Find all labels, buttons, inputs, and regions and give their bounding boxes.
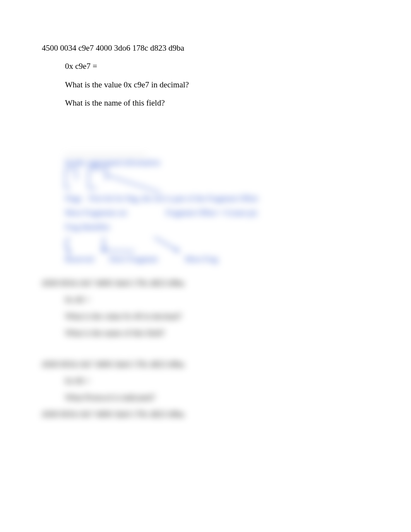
- label-reserved: Reserved: [65, 255, 94, 264]
- diagram-arrows: [61, 235, 274, 255]
- hex-header-line: 4500 0034 c9e7 4000 3do6 178c d823 d9ba: [42, 43, 371, 54]
- label-frag-ident: Frag Identifier: [65, 223, 110, 231]
- s3-q1: What Protocol is indicated?: [65, 393, 371, 402]
- diagram-bottom-labels: Reserved Don't Fragment More Frag: [42, 255, 371, 264]
- blurred-section-2: 4500 0034 c9e7 4000 3do6 178c d823 d9ba …: [42, 278, 371, 345]
- diagram-label-row: Flags First bit for flag, the rest is pa…: [42, 194, 371, 203]
- diagram-brackets: [65, 169, 278, 192]
- diagram-row-2: More Fragments set Fragment Offset = 0 (…: [42, 208, 371, 217]
- label-more-frag: More Fragments set: [65, 208, 127, 217]
- diagram-header: header aggregated information: [42, 158, 371, 167]
- label-frag-offset: Fragment Offset = 0 (start pt): [166, 208, 257, 217]
- section-1-body: 0x c9e7 = What is the value 0x c9e7 in d…: [42, 61, 371, 109]
- section-1: 4500 0034 c9e7 4000 3do6 178c d823 d9ba …: [42, 43, 371, 116]
- s2-hex-pick: 0x 40 =: [65, 295, 371, 305]
- label-rest: First bit for flag, the rest is part of …: [89, 194, 258, 203]
- blurred-diagram: header aggregated information Flags Firs…: [42, 155, 371, 264]
- question-2: What is the name of this field?: [65, 97, 371, 109]
- s3-hex-header-2: 4500 0034 c9e7 4000 3do6 178c d823 d9ba: [42, 409, 371, 419]
- label-flags: Flags: [65, 194, 82, 203]
- s2-q2: What is the name of this field?: [65, 328, 371, 338]
- question-1: What is the value 0x c9e7 in decimal?: [65, 79, 371, 90]
- s2-hex-header: 4500 0034 c9e7 4000 3do6 178c d823 d9ba: [42, 278, 371, 288]
- s3-hex-pick: 0x 06 =: [65, 376, 371, 386]
- diagram-top-rule: [65, 155, 146, 155]
- s3-hex-header: 4500 0034 c9e7 4000 3do6 178c d823 d9ba: [42, 360, 371, 369]
- label-dont-fragment: Don't Fragment: [109, 255, 158, 264]
- label-more-frag-2: More Frag: [185, 255, 218, 264]
- arrow-svg: [61, 235, 274, 255]
- diagram-row-3: Frag Identifier: [42, 223, 371, 232]
- blurred-section-3: 4500 0034 c9e7 4000 3do6 178c d823 d9ba …: [42, 360, 371, 426]
- hex-pick-line: 0x c9e7 =: [65, 61, 371, 72]
- s2-q1: What is the value 0x 40 in decimal?: [65, 312, 371, 321]
